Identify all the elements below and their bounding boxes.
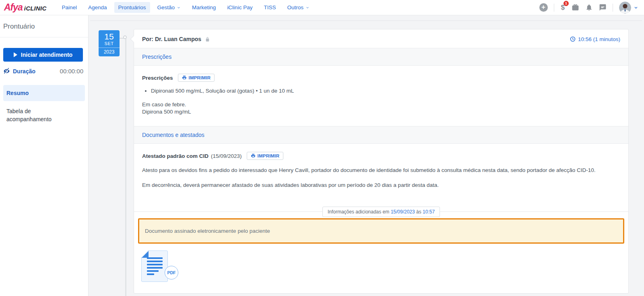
start-care-button[interactable]: Iniciar atendimento <box>3 48 83 62</box>
document-paragraph: Atesto para os devidos fins a pedido do … <box>142 166 620 175</box>
section-title-prescricoes: Prescrições <box>134 48 628 66</box>
documents-block: Atestado padrão com CID (15/09/2023) IMP… <box>134 144 628 190</box>
print-prescription-button[interactable]: IMPRIMIR <box>178 74 215 82</box>
date-day: 15 <box>99 32 120 41</box>
brand-afya: Afya <box>4 2 23 13</box>
bell-icon[interactable] <box>585 4 593 11</box>
date-month: SET <box>99 41 120 46</box>
date-year: 2023 <box>99 48 120 56</box>
print-document-button[interactable]: IMPRIMIR <box>247 152 284 160</box>
timeline-dot <box>123 35 127 39</box>
sidebar: Prontuário Iniciar atendimento Duração 0… <box>0 15 89 296</box>
document-date: (15/09/2023) <box>211 153 242 159</box>
record-author: Por: Dr. Luan Campos <box>142 36 201 42</box>
sidebar-title: Prontuário <box>0 15 88 37</box>
billing-icon[interactable]: $ 1 <box>560 4 566 12</box>
duration-value: 00:00:00 <box>60 68 83 75</box>
section-title-documentos: Documentos e atestados <box>134 126 628 144</box>
nav-tiss[interactable]: TISS <box>260 2 280 13</box>
main-nav: Painel Agenda Prontuários Gestão Marketi… <box>58 2 314 13</box>
prescriptions-block: Prescrições IMPRIMIR Dipironati 500 mg/m… <box>134 66 628 126</box>
prescription-item: Dipironati 500 mg/mL, Solução oral (gota… <box>151 87 620 95</box>
clock-icon <box>570 36 576 42</box>
timeline-gutter: 15 SET 2023 <box>99 29 134 294</box>
lock-icon <box>205 37 210 42</box>
play-icon <box>14 52 17 57</box>
timeline-date-badge[interactable]: 15 SET 2023 <box>99 30 120 56</box>
prescriptions-heading: Prescrições <box>142 75 173 81</box>
added-info-date[interactable]: 15/09/2023 <box>391 209 415 215</box>
signed-document-notice: Documento assinado eletronicamente pelo … <box>138 218 624 244</box>
printer-icon <box>251 153 256 158</box>
prescription-notes: Em caso de febre. Dipirona 500 mg/mL <box>142 101 620 116</box>
pdf-label: PDF <box>165 266 178 279</box>
record-time: 10:56 (1 minutos) <box>570 36 620 42</box>
user-menu[interactable] <box>619 2 638 14</box>
notification-badge: 1 <box>564 1 569 6</box>
nav-prontuarios[interactable]: Prontuários <box>114 2 150 13</box>
chat-icon[interactable] <box>599 4 607 11</box>
add-icon[interactable]: + <box>539 3 548 12</box>
printer-icon <box>182 75 187 80</box>
brand-logo[interactable]: Afya iCLINIC <box>4 2 46 13</box>
divider <box>613 4 613 12</box>
timeline-area: 15 SET 2023 Por: Dr. Luan Campos 10:56 (… <box>99 29 644 294</box>
topbar: Afya iCLINIC Painel Agenda Prontuários G… <box>0 0 644 15</box>
divider <box>554 4 554 12</box>
sidebar-menu: Resumo Tabela de acompanhamento <box>3 85 85 127</box>
avatar <box>619 2 631 14</box>
nav-painel[interactable]: Painel <box>58 2 81 13</box>
topbar-actions: + $ 1 <box>539 2 638 14</box>
divider <box>90 21 642 21</box>
record-card: Por: Dr. Luan Campos 10:56 (1 minutos) P… <box>134 29 629 294</box>
nav-agenda[interactable]: Agenda <box>84 2 111 13</box>
eye-off-icon[interactable] <box>3 68 10 75</box>
nav-marketing[interactable]: Marketing <box>188 2 220 13</box>
added-info-badge: Informações adicionadas em 15/09/2023 às… <box>322 207 440 217</box>
brand-iclinic: iCLINIC <box>24 5 47 12</box>
timeline-line <box>125 38 126 296</box>
pdf-attachment[interactable]: PDF <box>141 250 176 282</box>
added-info-divider: Informações adicionadas em 15/09/2023 às… <box>134 207 628 216</box>
added-info-time[interactable]: 10:57 <box>423 209 435 215</box>
main-content: 15 SET 2023 Por: Dr. Luan Campos 10:56 (… <box>89 15 644 296</box>
sidebar-item-resumo[interactable]: Resumo <box>3 85 85 101</box>
page-fold <box>142 251 149 258</box>
document-heading: Atestado padrão com CID <box>142 153 208 159</box>
nav-outros[interactable]: Outros <box>283 2 314 13</box>
pdf-file-icon <box>141 250 168 282</box>
record-header: Por: Dr. Luan Campos 10:56 (1 minutos) <box>134 29 628 48</box>
sidebar-item-tabela-acompanhamento[interactable]: Tabela de acompanhamento <box>3 103 70 127</box>
chevron-down-icon <box>305 6 310 10</box>
document-paragraph: Em decorrência, deverá permanecer afasta… <box>142 181 620 190</box>
duration-row: Duração 00:00:00 <box>3 68 83 75</box>
chevron-down-icon <box>634 5 638 10</box>
duration-label: Duração <box>13 68 35 75</box>
nav-gestao[interactable]: Gestão <box>153 2 185 13</box>
nav-iclinic-pay[interactable]: iClinic Pay <box>223 2 256 13</box>
chevron-down-icon <box>177 6 181 10</box>
gift-icon[interactable] <box>572 4 579 11</box>
